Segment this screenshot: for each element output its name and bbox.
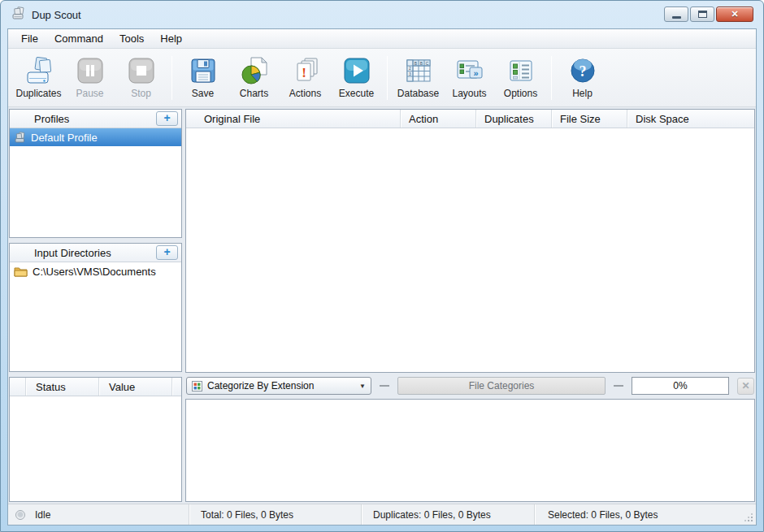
categorize-grid-icon: [192, 381, 202, 391]
input-directories-title: Input Directories: [34, 247, 111, 259]
maximize-button[interactable]: [690, 6, 714, 22]
app-icon[interactable]: [11, 6, 25, 23]
results-table-header: Original File Action Duplicates File Siz…: [186, 110, 754, 128]
categories-results-panel: [185, 399, 755, 502]
column-original-file[interactable]: Original File: [186, 110, 400, 128]
status-bar: Idle Total: 0 Files, 0 Bytes Duplicates:…: [8, 504, 756, 525]
menu-help[interactable]: Help: [152, 30, 190, 47]
layouts-icon: »: [455, 56, 484, 85]
profiles-panel: Profiles + Default Profile: [9, 109, 182, 238]
toolbar-separator: [551, 56, 552, 100]
directory-list-item[interactable]: C:\Users\VMS\Documents: [10, 262, 181, 280]
actions-button[interactable]: ! Actions: [280, 52, 331, 104]
categorize-dropdown[interactable]: Categorize By Extension ▼: [186, 377, 371, 395]
profiles-title: Profiles: [34, 113, 69, 125]
status-value-header: Status Value: [10, 378, 181, 396]
menu-tools[interactable]: Tools: [111, 30, 152, 47]
title-bar: Dup Scout ✕: [1, 1, 763, 28]
column-disk-space[interactable]: Disk Space: [627, 110, 754, 128]
execute-button[interactable]: Execute: [331, 52, 382, 104]
value-column-header[interactable]: Value: [98, 378, 171, 396]
column-duplicates[interactable]: Duplicates: [475, 110, 551, 128]
column-action[interactable]: Action: [400, 110, 475, 128]
status-total-text: Total: 0 Files, 0 Bytes: [201, 509, 293, 521]
save-label: Save: [192, 88, 214, 99]
status-value-panel: Status Value: [9, 377, 182, 502]
resize-grip[interactable]: [744, 513, 753, 521]
options-button[interactable]: Options: [495, 52, 546, 104]
duplicates-label: Duplicates: [15, 88, 61, 99]
close-button[interactable]: ✕: [716, 6, 753, 22]
status-duplicates-text: Duplicates: 0 Files, 0 Bytes: [373, 509, 491, 521]
main-toolbar: Duplicates Pause Stop: [8, 49, 756, 107]
status-duplicates-section: Duplicates: 0 Files, 0 Bytes: [361, 504, 534, 525]
execute-label: Execute: [339, 88, 374, 99]
add-directory-button[interactable]: +: [156, 245, 178, 260]
category-close-button[interactable]: ✕: [737, 378, 754, 395]
results-table-body: [186, 128, 754, 372]
charts-label: Charts: [240, 88, 268, 99]
options-label: Options: [504, 88, 537, 99]
category-bar-dash: [380, 385, 389, 387]
minimize-button[interactable]: [664, 6, 688, 22]
help-button[interactable]: ? Help: [557, 52, 608, 104]
toolbar-separator: [387, 56, 388, 100]
input-directories-panel: Input Directories + C:\Users\VMS\Documen…: [9, 243, 182, 372]
close-icon: ✕: [731, 10, 738, 19]
duplicates-icon: [24, 56, 54, 85]
layouts-label: Layouts: [452, 88, 486, 99]
idle-status-icon: [15, 510, 25, 520]
toolbar-separator: [171, 56, 172, 100]
status-selected-section: Selected: 0 Files, 0 Bytes: [534, 504, 756, 525]
stop-button[interactable]: Stop: [115, 52, 167, 104]
duplicates-button[interactable]: Duplicates: [13, 52, 64, 104]
svg-text:!: !: [302, 65, 306, 80]
charts-button[interactable]: Charts: [228, 52, 280, 104]
file-categories-button[interactable]: File Categories: [397, 377, 606, 395]
help-icon: ?: [568, 56, 597, 85]
pause-button[interactable]: Pause: [64, 52, 115, 104]
directory-path: C:\Users\VMS\Documents: [33, 266, 156, 278]
svg-text:?: ?: [579, 63, 586, 80]
save-button[interactable]: Save: [177, 52, 228, 104]
menu-file[interactable]: File: [13, 30, 46, 47]
status-value-filler: [171, 378, 181, 396]
column-file-size[interactable]: File Size: [551, 110, 627, 128]
client-area: File Command Tools Help Duplicates: [7, 28, 757, 526]
svg-text:»: »: [473, 68, 478, 78]
menu-bar: File Command Tools Help: [8, 29, 756, 49]
chevron-down-icon: ▼: [359, 383, 366, 390]
help-label: Help: [572, 88, 593, 99]
execute-icon: [342, 56, 371, 85]
add-profile-button[interactable]: +: [156, 111, 178, 126]
folder-icon: [14, 266, 28, 277]
stop-icon: [127, 56, 156, 85]
charts-icon: [240, 56, 269, 85]
status-value-body: [10, 396, 181, 501]
stop-label: Stop: [131, 88, 151, 99]
status-total-section: Total: 0 Files, 0 Bytes: [189, 504, 361, 525]
options-icon: [506, 56, 536, 85]
window-title: Dup Scout: [32, 9, 81, 21]
content-area: Profiles + Default Profile: [8, 107, 756, 504]
svg-text:3: 3: [409, 71, 411, 76]
menu-command[interactable]: Command: [46, 30, 111, 47]
svg-text:2: 2: [409, 66, 411, 71]
actions-label: Actions: [289, 88, 321, 99]
left-column: Profiles + Default Profile: [9, 109, 182, 502]
category-bar-dash: [614, 385, 623, 387]
save-icon: [189, 56, 218, 85]
status-column-header[interactable]: Status: [25, 378, 98, 396]
input-directories-header: Input Directories +: [10, 244, 181, 262]
database-button[interactable]: B B C 2 3 Database: [393, 52, 444, 104]
profile-name: Default Profile: [31, 132, 98, 144]
status-state-text: Idle: [35, 509, 50, 521]
profile-list-item[interactable]: Default Profile: [10, 128, 181, 146]
app-window: Dup Scout ✕ File Command Tools Help: [0, 0, 764, 532]
main-column: Original File Action Duplicates File Siz…: [185, 109, 755, 502]
pause-label: Pause: [76, 88, 103, 99]
profiles-header: Profiles +: [10, 110, 181, 128]
profile-icon: [14, 132, 26, 143]
layouts-button[interactable]: » Layouts: [444, 52, 495, 104]
window-controls: ✕: [664, 6, 753, 22]
